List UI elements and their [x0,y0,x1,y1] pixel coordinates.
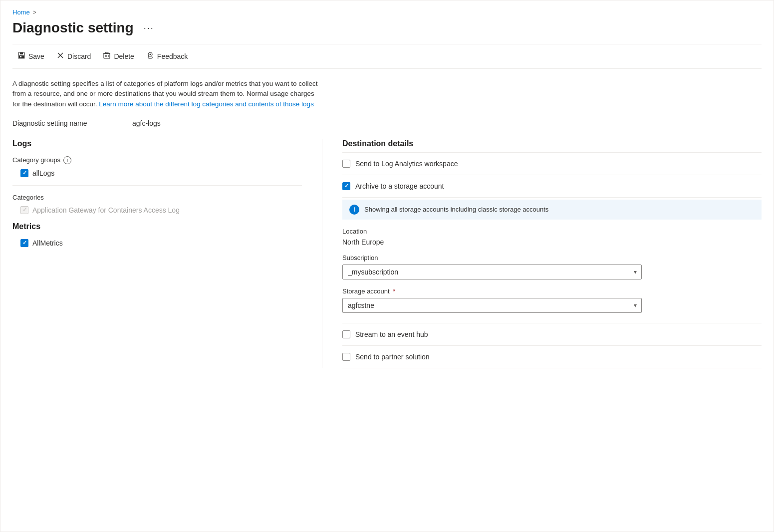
location-label: Location [342,228,762,235]
categories-label: Categories [12,194,302,201]
feedback-button[interactable]: Feedback [141,48,193,64]
log-analytics-checkbox[interactable] [342,160,350,168]
breadcrumb: Home > [12,8,762,16]
app-gw-log-label: Application Gateway for Containers Acces… [32,206,180,214]
svg-point-13 [149,54,151,55]
allMetrics-label[interactable]: AllMetrics [32,239,63,247]
storage-section: i Showing all storage accounts including… [342,200,762,323]
info-circle-icon: i [349,205,359,215]
storage-account-label-text: Storage account * [342,287,762,295]
location-value: North Europe [342,238,762,246]
destination-section-title: Destination details [342,139,762,148]
partner-solution-row: Send to partner solution [342,346,762,368]
save-icon [17,51,25,61]
subscription-field-group: Subscription _mysubscription ▾ [342,254,762,279]
categories-subsection: Categories Application Gateway for Conta… [12,194,302,214]
metrics-section: Metrics AllMetrics [12,222,302,247]
allMetrics-checkbox[interactable] [20,239,28,247]
category-groups-subsection: Category groups i allLogs [12,156,302,177]
location-field-group: Location North Europe [342,228,762,246]
delete-label: Delete [114,52,134,60]
save-button[interactable]: Save [12,48,49,64]
discard-icon [56,51,64,61]
right-panel: Destination details Send to Log Analytic… [322,139,762,368]
subscription-dropdown[interactable]: _mysubscription [342,265,642,279]
partner-solution-label: Send to partner solution [355,353,430,361]
feedback-icon [146,51,154,61]
event-hub-label: Stream to an event hub [355,330,428,338]
category-groups-info-icon[interactable]: i [63,156,71,164]
page-title: Diagnostic setting [12,20,134,36]
logs-section-title: Logs [12,139,302,148]
page-header: Diagnostic setting ··· [12,20,762,36]
metrics-section-title: Metrics [12,222,302,231]
delete-icon [103,51,111,61]
storage-account-label: Archive to a storage account [355,182,444,190]
learn-more-link[interactable]: Learn more about the different log categ… [99,100,314,108]
app-gw-log-checkbox [20,206,28,214]
log-analytics-label: Send to Log Analytics workspace [355,160,458,168]
storage-account-checkbox[interactable] [342,182,350,190]
allLogs-label[interactable]: allLogs [32,169,54,177]
svg-rect-1 [20,52,23,54]
storage-account-dropdown-wrapper: agfcstne ▾ [342,298,642,313]
storage-info-banner: i Showing all storage accounts including… [342,200,762,220]
subscription-label: Subscription [342,254,762,262]
allLogs-row: allLogs [20,169,302,177]
breadcrumb-home[interactable]: Home [12,8,30,16]
save-label: Save [28,52,44,60]
discard-button[interactable]: Discard [51,48,96,64]
main-layout: Logs Category groups i allLogs [12,139,762,368]
svg-rect-3 [20,56,21,57]
left-panel: Logs Category groups i allLogs [12,139,322,368]
log-analytics-row: Send to Log Analytics workspace [342,152,762,175]
breadcrumb-separator: > [33,9,36,16]
partner-solution-checkbox[interactable] [342,353,350,361]
category-groups-label: Category groups i [12,156,302,164]
logs-divider [12,185,302,186]
storage-account-required-mark: * [393,287,395,295]
event-hub-row: Stream to an event hub [342,323,762,346]
description-section: A diagnostic setting specifies a list of… [12,79,322,109]
allLogs-checkbox[interactable] [20,169,28,177]
toolbar: Save Discard Del [12,44,762,69]
storage-account-dropdown[interactable]: agfcstne [342,298,642,313]
subscription-dropdown-wrapper: _mysubscription ▾ [342,265,642,279]
event-hub-checkbox[interactable] [342,330,350,338]
logs-section: Logs Category groups i allLogs [12,139,302,214]
feedback-label: Feedback [157,52,188,60]
setting-name-value: agfc-logs [132,119,161,127]
more-options-button[interactable]: ··· [140,21,158,35]
allMetrics-row: AllMetrics [20,239,302,247]
svg-rect-11 [105,52,108,53]
delete-button[interactable]: Delete [98,48,139,64]
app-gw-log-row: Application Gateway for Containers Acces… [20,206,302,214]
storage-account-field-group: Storage account * agfcstne ▾ [342,287,762,313]
setting-name-label: Diagnostic setting name [12,119,112,127]
setting-name-row: Diagnostic setting name agfc-logs [12,119,762,127]
storage-account-destination-row: Archive to a storage account [342,175,762,198]
discard-label: Discard [67,52,91,60]
info-banner-text: Showing all storage accounts including c… [364,206,548,213]
